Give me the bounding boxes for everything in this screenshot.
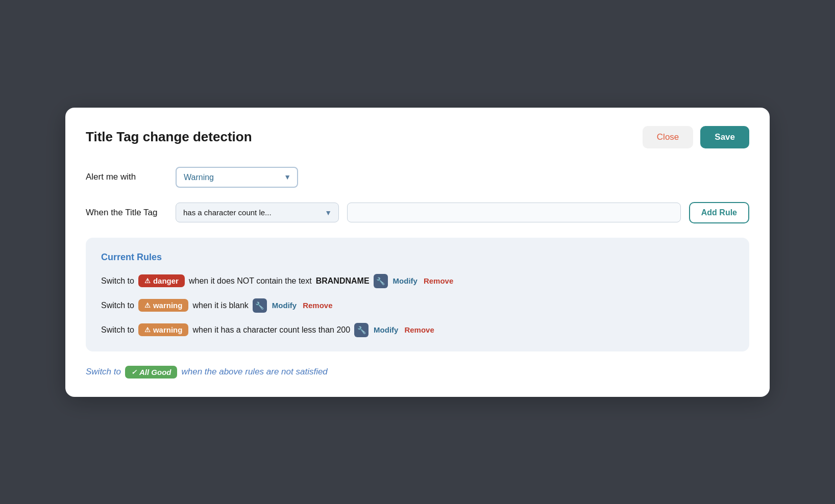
modify-button-3[interactable]: Modify <box>373 325 399 334</box>
remove-button-1[interactable]: Remove <box>423 276 454 285</box>
allgood-badge-icon: ✓ <box>131 368 137 376</box>
condition-select-wrapper: has a character count le... has a charac… <box>176 203 339 222</box>
warning-badge-icon-2: ⚠ <box>144 326 151 334</box>
warning-badge-icon-1: ⚠ <box>144 301 151 309</box>
modal-title: Title Tag change detection <box>86 129 252 145</box>
alert-select[interactable]: Warning Danger All Good Info <box>176 167 298 188</box>
rule-row: Switch to ⚠ danger when it does NOT cont… <box>101 274 734 288</box>
rule-value-1: BRANDNAME <box>316 276 370 286</box>
rule-field-row: When the Title Tag has a character count… <box>86 202 749 223</box>
save-button[interactable]: Save <box>700 126 749 148</box>
warning-badge-label-1: warning <box>153 301 183 310</box>
danger-badge: ⚠ danger <box>138 274 185 287</box>
wrench-icon-2: 🔧 <box>253 298 267 313</box>
wrench-icon-1: 🔧 <box>374 274 388 288</box>
remove-button-3[interactable]: Remove <box>403 325 435 334</box>
rule-condition-2: when it is blank <box>192 301 248 310</box>
modify-button-1[interactable]: Modify <box>392 276 419 285</box>
remove-button-2[interactable]: Remove <box>302 301 333 310</box>
header-buttons: Close Save <box>643 126 749 148</box>
wrench-icon-3: 🔧 <box>354 323 369 337</box>
allgood-badge: ✓ All Good <box>125 366 178 379</box>
allgood-badge-label: All Good <box>139 368 171 376</box>
current-rules-title: Current Rules <box>101 252 734 263</box>
alert-field-label: Alert me with <box>86 172 167 182</box>
warning-badge-2: ⚠ warning <box>138 323 189 336</box>
danger-badge-icon: ⚠ <box>144 277 151 285</box>
default-rule-row: Switch to ✓ All Good when the above rule… <box>86 366 749 379</box>
modify-button-2[interactable]: Modify <box>271 301 298 310</box>
close-button[interactable]: Close <box>643 126 693 148</box>
current-rules-section: Current Rules Switch to ⚠ danger when it… <box>86 238 749 351</box>
rule-prefix: Switch to <box>101 301 134 310</box>
rule-prefix: Switch to <box>101 325 134 335</box>
add-rule-button[interactable]: Add Rule <box>689 202 749 223</box>
condition-select[interactable]: has a character count le... has a charac… <box>176 203 339 222</box>
alert-select-wrapper: Warning Danger All Good Info ▼ <box>176 167 298 188</box>
warning-badge-1: ⚠ warning <box>138 299 189 312</box>
default-rule-prefix: Switch to <box>86 367 121 377</box>
rule-field-label: When the Title Tag <box>86 208 167 218</box>
rule-row: Switch to ⚠ warning when it has a charac… <box>101 323 734 337</box>
rule-condition-1: when it does NOT contain the text <box>189 276 312 286</box>
modal-header: Title Tag change detection Close Save <box>86 126 749 148</box>
danger-badge-label: danger <box>153 276 179 285</box>
modal-dialog: Title Tag change detection Close Save Al… <box>65 108 770 397</box>
rule-prefix: Switch to <box>101 276 134 286</box>
rule-condition-3: when it has a character count less than … <box>192 325 350 335</box>
modal-overlay: Title Tag change detection Close Save Al… <box>0 0 835 504</box>
rule-value-input[interactable] <box>347 203 681 222</box>
rule-row: Switch to ⚠ warning when it is blank 🔧 M… <box>101 298 734 313</box>
warning-badge-label-2: warning <box>153 325 183 334</box>
default-rule-suffix: when the above rules are not satisfied <box>181 367 327 377</box>
alert-field-row: Alert me with Warning Danger All Good In… <box>86 167 749 188</box>
